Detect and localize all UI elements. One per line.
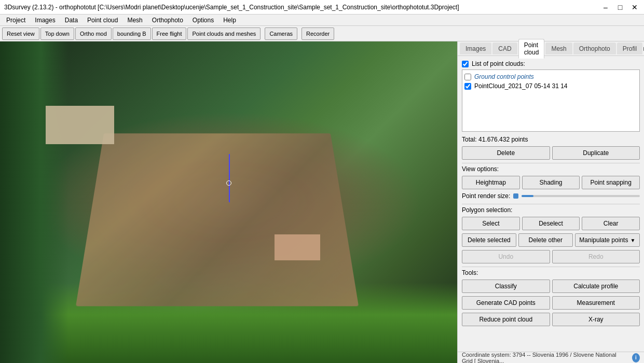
delete-other-row: Delete selected Delete other Manipulate …: [462, 233, 640, 247]
free-flight-button[interactable]: Free flight: [152, 27, 187, 40]
redo-button[interactable]: Redo: [552, 250, 640, 263]
tab-orthophoto[interactable]: Orthophoto: [573, 43, 616, 54]
point-snapping-button[interactable]: Point snapping: [582, 176, 640, 189]
manipulate-points-button[interactable]: Manipulate points ▼: [575, 233, 640, 247]
toolbar: Reset view Top down Ortho mod bounding B…: [0, 26, 644, 41]
tab-bar: Images CAD Point cloud Mesh Orthophoto P…: [458, 41, 644, 56]
viewport-background: [0, 41, 457, 363]
duplicate-button[interactable]: Duplicate: [552, 146, 640, 160]
pc-item-gcp: Ground control points: [464, 72, 637, 81]
window-title: 3Dsurvey (2.13.2) - orthophototut [C:\Us…: [4, 4, 600, 11]
slider-track[interactable]: [522, 195, 640, 197]
tab-mesh[interactable]: Mesh: [545, 43, 572, 54]
tab-images[interactable]: Images: [460, 43, 491, 54]
tab-cad[interactable]: CAD: [492, 43, 517, 54]
pc-item-main: PointCloud_2021_07 05-14 31 14: [464, 81, 637, 91]
delete-selected-button[interactable]: Delete selected: [462, 233, 516, 247]
view-options-row: View options:: [462, 165, 640, 173]
list-pointclouds-checkbox[interactable]: [462, 61, 469, 67]
divider-2: [462, 204, 640, 204]
heightmap-button[interactable]: Heightmap: [462, 176, 520, 189]
green-area-left: [0, 41, 68, 363]
panel-content: List of point clouds: Ground control poi…: [458, 56, 644, 352]
status-text: Coordinate system: 3794 -- Slovenia 1996…: [462, 352, 628, 364]
xray-button[interactable]: X-ray: [552, 313, 640, 326]
reset-view-button[interactable]: Reset view: [2, 27, 39, 40]
point-render-size-row: Point render size:: [462, 192, 640, 200]
top-down-button[interactable]: Top down: [40, 27, 74, 40]
reduce-xray-row: Reduce point cloud X-ray: [462, 313, 640, 326]
menu-data[interactable]: Data: [61, 16, 82, 25]
menu-orthophoto[interactable]: Orthophoto: [148, 16, 187, 25]
selection-buttons: Select Deselect Clear: [462, 217, 640, 230]
delete-button[interactable]: Delete: [462, 146, 550, 160]
calculate-profile-button[interactable]: Calculate profile: [552, 280, 640, 293]
undo-button[interactable]: Undo: [462, 250, 550, 263]
list-pointclouds-row: List of point clouds:: [462, 60, 640, 67]
classify-row: Classify Calculate profile: [462, 280, 640, 293]
recorder-button[interactable]: Recorder: [302, 27, 334, 40]
main-layout: Images CAD Point cloud Mesh Orthophoto P…: [0, 41, 644, 363]
delete-other-button[interactable]: Delete other: [518, 233, 573, 247]
status-bar: Coordinate system: 3794 -- Slovenia 1996…: [458, 352, 644, 363]
view-options-label: View options:: [462, 165, 499, 173]
ortho-mod-button[interactable]: Ortho mod: [75, 27, 112, 40]
menu-pointcloud[interactable]: Point cloud: [83, 16, 122, 25]
bounding-box-button[interactable]: bounding B: [113, 27, 151, 40]
list-pointclouds-label: List of point clouds:: [472, 60, 525, 67]
tab-pointcloud[interactable]: Point cloud: [518, 39, 545, 59]
point-render-label: Point render size:: [462, 192, 510, 200]
title-bar: 3Dsurvey (2.13.2) - orthophototut [C:\Us…: [0, 0, 644, 15]
pc-main-name: PointCloud_2021_07 05-14 31 14: [474, 82, 567, 90]
select-button[interactable]: Select: [462, 217, 520, 230]
view-options-buttons: Heightmap Shading Point snapping: [462, 176, 640, 189]
delete-duplicate-row: Delete Duplicate: [462, 146, 640, 160]
dropdown-arrow: ▼: [630, 238, 635, 243]
tools-row: Tools:: [462, 269, 640, 276]
generate-cad-button[interactable]: Generate CAD points: [462, 296, 550, 310]
shading-button[interactable]: Shading: [522, 176, 580, 189]
pointcloud-list: Ground control points PointCloud_2021_07…: [462, 69, 640, 132]
window-controls: – □ ✕: [600, 2, 640, 12]
measurement-button[interactable]: Measurement: [552, 296, 640, 310]
pc-gcp-name: Ground control points: [474, 73, 534, 80]
tab-profil[interactable]: Profil: [617, 43, 642, 54]
pc-main-checkbox[interactable]: [464, 83, 471, 90]
menu-mesh[interactable]: Mesh: [123, 16, 146, 25]
divider-3: [462, 267, 640, 267]
polygon-selection-row: Polygon selection:: [462, 206, 640, 214]
total-points: Total: 41.676.432 points: [462, 136, 640, 143]
deselect-button[interactable]: Deselect: [522, 217, 580, 230]
menu-images[interactable]: Images: [31, 16, 59, 25]
generate-cad-row: Generate CAD points Measurement: [462, 296, 640, 310]
construction-site-area: [76, 133, 359, 306]
classify-button[interactable]: Classify: [462, 280, 550, 293]
slider-indicator: [513, 193, 518, 199]
undo-redo-row: Undo Redo: [462, 250, 640, 263]
menu-bar: Project Images Data Point cloud Mesh Ort…: [0, 15, 644, 26]
clear-button[interactable]: Clear: [582, 217, 640, 230]
slider-fill: [522, 195, 533, 197]
reduce-pointcloud-button[interactable]: Reduce point cloud: [462, 313, 550, 326]
tools-label: Tools:: [462, 269, 478, 276]
maximize-button[interactable]: □: [615, 2, 625, 12]
viewport[interactable]: [0, 41, 457, 363]
polygon-selection-label: Polygon selection:: [462, 206, 512, 214]
building-2: [275, 234, 320, 260]
point-clouds-meshes-button[interactable]: Point clouds and meshes: [187, 27, 261, 40]
close-button[interactable]: ✕: [629, 2, 640, 12]
right-panel: Images CAD Point cloud Mesh Orthophoto P…: [457, 41, 644, 363]
menu-project[interactable]: Project: [2, 16, 30, 25]
menu-help[interactable]: Help: [219, 16, 240, 25]
cameras-button[interactable]: Cameras: [265, 27, 297, 40]
building-1: [46, 106, 114, 144]
menu-options[interactable]: Options: [188, 16, 218, 25]
pc-gcp-checkbox[interactable]: [464, 74, 471, 80]
minimize-button[interactable]: –: [600, 2, 611, 12]
status-icon: i: [632, 353, 640, 362]
divider-1: [462, 163, 640, 163]
